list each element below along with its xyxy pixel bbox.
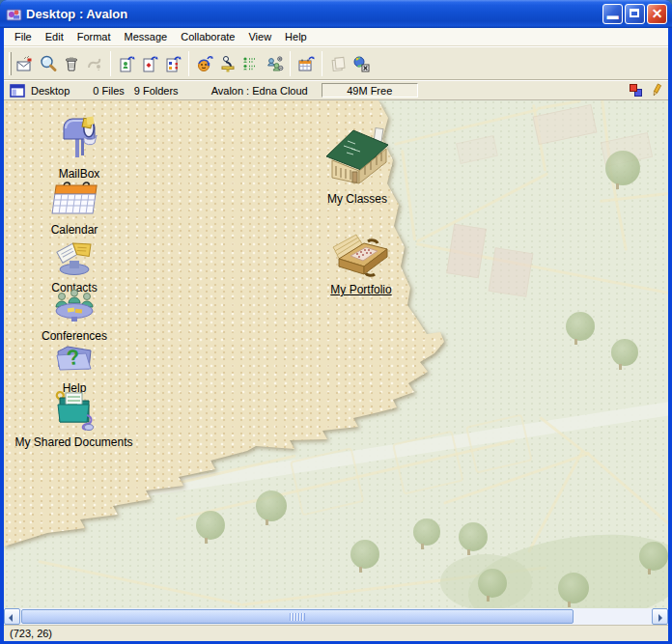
status-bar: (723, 26) <box>4 625 668 641</box>
new-form-button[interactable] <box>161 51 184 76</box>
tree <box>459 522 488 551</box>
search-icon <box>39 54 58 73</box>
sync-icon <box>351 54 371 73</box>
title-bar[interactable]: Desktop : Avalon ▬ ✕ <box>0 0 672 28</box>
desktop-icon-my-portfolio[interactable]: My Portfolio <box>307 228 415 296</box>
desktop-canvas[interactable]: MailBox Calendar <box>4 100 668 608</box>
tree <box>256 490 287 521</box>
parking-bay <box>465 414 533 474</box>
tree <box>639 542 668 571</box>
close-button[interactable]: ✕ <box>647 4 667 24</box>
icon-label: My Shared Documents <box>4 435 144 449</box>
mailbox-icon <box>55 112 103 162</box>
presentation-icon <box>218 54 238 73</box>
desktop-icon-contacts[interactable]: Contacts <box>21 236 127 294</box>
layers-icon[interactable] <box>630 84 643 98</box>
tree <box>317 320 344 347</box>
tree <box>196 511 225 540</box>
tree <box>478 569 507 598</box>
minimize-button[interactable]: ▬ <box>602 4 623 24</box>
scroll-track[interactable] <box>20 608 652 625</box>
map-path <box>600 191 668 203</box>
delete-button[interactable] <box>60 51 83 76</box>
new-form-icon <box>163 54 182 73</box>
presentation-button[interactable] <box>216 51 239 76</box>
help-folder-icon: ? <box>54 340 95 377</box>
toolbar-separator <box>110 51 111 76</box>
permissions-icon <box>265 54 284 73</box>
new-upload-button[interactable] <box>138 51 161 76</box>
icon-label: MailBox <box>26 167 132 181</box>
shared-documents-icon <box>52 386 97 431</box>
info-bar: Desktop 0 Files 9 Folders Avalon : Edna … <box>4 80 668 100</box>
icon-label: Calendar <box>21 223 127 237</box>
parking-bay <box>290 447 364 516</box>
desktop-icon-mailbox[interactable]: MailBox <box>26 112 132 181</box>
icon-label: My Portfolio <box>307 283 415 296</box>
container-icon <box>10 84 25 98</box>
menu-help[interactable]: Help <box>278 29 314 44</box>
tree <box>558 573 589 603</box>
desktop-icon-conferences[interactable]: Conferences <box>21 288 127 343</box>
history-disabled-icon <box>85 54 104 73</box>
tree <box>566 312 595 341</box>
toolbar-grip[interactable] <box>9 52 12 75</box>
calendar-icon <box>49 180 99 218</box>
menu-message[interactable]: Message <box>118 29 175 44</box>
directory-button[interactable] <box>239 51 263 76</box>
toolbar-separator <box>322 51 322 76</box>
desktop-icon-shared-documents[interactable]: My Shared Documents <box>4 386 144 449</box>
tree <box>611 339 638 366</box>
toolbar <box>4 46 668 80</box>
maximize-button[interactable] <box>625 4 645 24</box>
permissions-button[interactable] <box>263 51 286 76</box>
desktop-icon-calendar[interactable]: Calendar <box>21 180 127 237</box>
schoolhouse-icon <box>322 126 392 187</box>
server-label: Avalon : Edna Cloud <box>211 85 308 97</box>
map-building <box>446 224 487 279</box>
desktop-icon-my-classes[interactable]: My Classes <box>303 126 411 206</box>
menu-format[interactable]: Format <box>70 29 118 44</box>
new-calendar-event-icon <box>296 54 316 73</box>
toolbar-separator <box>188 51 189 76</box>
map-building <box>533 104 598 145</box>
map-building <box>456 135 498 164</box>
scroll-thumb[interactable] <box>21 609 574 624</box>
map-path <box>585 451 668 529</box>
portfolio-icon <box>329 228 393 278</box>
trash-icon <box>62 54 81 73</box>
parking-bay <box>392 431 464 495</box>
container-label: Desktop <box>31 85 70 97</box>
tree <box>605 151 640 185</box>
instant-message-icon <box>195 54 214 73</box>
new-document-icon <box>117 54 136 73</box>
new-message-icon <box>15 54 35 73</box>
copy-disabled-icon <box>328 54 348 73</box>
scroll-right-button[interactable] <box>652 608 668 625</box>
sync-button[interactable] <box>350 51 373 76</box>
app-window: Desktop : Avalon ▬ ✕ File Edit Format Me… <box>0 0 672 644</box>
conferences-icon <box>52 288 97 324</box>
menu-bar: File Edit Format Message Collaborate Vie… <box>4 28 668 46</box>
new-calendar-event-button[interactable] <box>294 51 318 76</box>
window-title: Desktop : Avalon <box>26 7 602 21</box>
menu-edit[interactable]: Edit <box>39 29 70 44</box>
menu-collaborate[interactable]: Collaborate <box>174 29 241 44</box>
cursor-coordinates: (723, 26) <box>10 628 52 639</box>
new-message-button[interactable] <box>14 51 37 76</box>
new-document-button[interactable] <box>115 51 138 76</box>
instant-message-button[interactable] <box>193 51 216 76</box>
tree <box>413 518 440 546</box>
directory-icon <box>241 54 261 73</box>
menu-file[interactable]: File <box>8 29 39 44</box>
toolbar-separator <box>290 51 291 76</box>
menu-view[interactable]: View <box>241 29 278 44</box>
edit-pencil-icon[interactable] <box>651 83 662 98</box>
horizontal-scrollbar <box>4 608 668 625</box>
scroll-left-button[interactable] <box>4 608 20 625</box>
search-button[interactable] <box>37 51 60 76</box>
new-upload-icon <box>140 54 159 73</box>
app-icon <box>6 6 22 22</box>
icon-label: My Classes <box>303 192 411 206</box>
map-path <box>38 560 241 606</box>
